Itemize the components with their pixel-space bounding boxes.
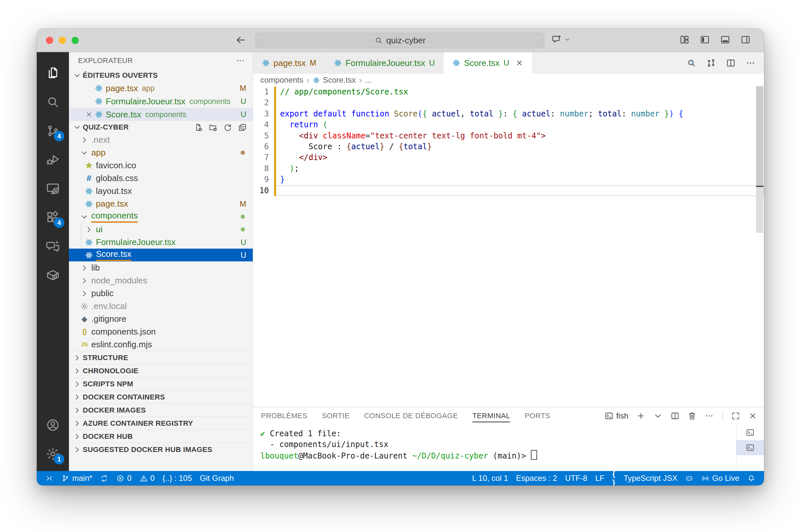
status-indentation[interactable]: Espaces : 2 (512, 471, 561, 486)
tree-item[interactable]: .next (69, 133, 253, 146)
open-editor-item[interactable]: FormulaireJoueur.tsxcomponentsU (69, 95, 253, 108)
activity-chat-icon[interactable] (37, 232, 69, 261)
panel-tab[interactable]: PROBLÈMES (261, 407, 307, 424)
tree-item[interactable]: {}components.json (69, 325, 253, 338)
tree-item[interactable]: page.tsxM (69, 197, 253, 210)
more-actions-icon[interactable] (705, 411, 714, 420)
tree-item[interactable]: public (69, 287, 253, 300)
toggle-panel-icon[interactable] (720, 35, 730, 45)
zoom-window-button[interactable] (72, 37, 79, 44)
breadcrumb-item[interactable]: components (260, 75, 303, 84)
sidebar-section-suggested-docker-hub-images[interactable]: SUGGESTED DOCKER HUB IMAGES (69, 443, 253, 456)
status-language-mode[interactable]: { }TypeScript JSX (608, 471, 681, 486)
open-changes-icon[interactable] (706, 58, 716, 68)
tree-item[interactable]: .env.local (69, 300, 253, 312)
split-editor-icon[interactable] (726, 58, 736, 68)
status-notifications[interactable] (743, 471, 760, 486)
plus-icon[interactable] (636, 411, 645, 420)
breadcrumb-item[interactable]: Score.tsx (323, 75, 355, 84)
sidebar-section-docker-containers[interactable]: DOCKER CONTAINERS (69, 390, 253, 403)
tree-item[interactable]: components (69, 210, 253, 223)
activity-remote-explorer-icon[interactable] (37, 174, 69, 203)
open-editor-item[interactable]: page.tsxappM (69, 82, 253, 95)
activity-extensions-icon[interactable]: 4 (37, 203, 69, 232)
activity-search-icon[interactable] (37, 88, 69, 116)
new-folder-icon[interactable] (208, 123, 217, 132)
activity-settings-gear-icon[interactable]: 1 (37, 439, 69, 468)
tree-item[interactable]: ★favicon.ico (69, 159, 253, 172)
back-arrow-icon[interactable] (235, 35, 246, 45)
activity-account-icon[interactable] (37, 411, 69, 439)
trash-icon[interactable] (688, 411, 697, 420)
breadcrumb-item[interactable]: ... (365, 75, 372, 84)
tree-item[interactable]: ◆.gitignore (69, 312, 253, 325)
more-actions-icon[interactable] (746, 58, 755, 68)
panel-tab[interactable]: SORTIE (322, 407, 350, 424)
activity-source-control-icon[interactable]: 4 (37, 116, 69, 145)
status-encoding[interactable]: UTF-8 (561, 471, 591, 486)
split-panel-icon[interactable] (671, 411, 680, 420)
activity-files-icon[interactable] (37, 59, 69, 88)
terminal-shell-label[interactable]: fish (604, 411, 628, 420)
status-eol[interactable]: LF (591, 471, 608, 486)
activity-container-icon[interactable] (37, 261, 69, 290)
new-file-icon[interactable] (194, 123, 203, 132)
editor-scrollbar[interactable] (756, 86, 763, 233)
close-icon[interactable] (515, 59, 524, 69)
maximize-icon[interactable] (731, 411, 740, 420)
sidebar-section-scripts-npm[interactable]: SCRIPTS NPM (69, 377, 253, 390)
close-window-button[interactable] (46, 37, 53, 44)
tree-item[interactable]: lib (69, 261, 253, 274)
tree-item[interactable]: app (69, 146, 253, 159)
status-sync[interactable] (96, 471, 112, 486)
tree-item[interactable]: layout.tsx (69, 185, 253, 197)
sidebar-section-structure[interactable]: STRUCTURE (69, 351, 253, 364)
collapse-all-icon[interactable] (238, 123, 247, 132)
terminal-tab[interactable] (736, 440, 764, 455)
status-braces-counter[interactable]: {..} : 105 (159, 471, 196, 486)
command-center-search[interactable]: quiz-cyber (255, 33, 544, 48)
more-actions-icon[interactable] (236, 56, 245, 65)
sidebar-section-docker-hub[interactable]: DOCKER HUB (69, 430, 253, 443)
minimize-window-button[interactable] (59, 37, 66, 44)
status-git-branch[interactable]: main* (57, 471, 96, 486)
status-git-graph[interactable]: Git Graph (196, 471, 238, 486)
activity-run-debug-icon[interactable] (37, 145, 69, 174)
status-copilot[interactable] (681, 471, 697, 486)
open-editors-header[interactable]: ÉDITEURS OUVERTS (69, 69, 253, 82)
chevron-down-icon[interactable] (653, 411, 662, 420)
tree-item[interactable]: node_modules (69, 274, 253, 287)
code-editor[interactable]: 1// app/components/Score.tsx23export def… (253, 86, 764, 407)
tree-item[interactable]: FormulaireJoueur.tsxU (69, 236, 253, 249)
panel-tab[interactable]: PORTS (525, 407, 550, 424)
sidebar-section-chronologie[interactable]: CHRONOLOGIE (69, 364, 253, 377)
customize-layout-icon[interactable] (679, 35, 690, 45)
panel-tab[interactable]: TERMINAL (472, 407, 510, 424)
panel-tab[interactable]: CONSOLE DE DÉBOGAGE (364, 407, 458, 424)
tree-item[interactable]: ui (69, 223, 253, 236)
editor-search-icon[interactable] (687, 58, 696, 68)
editor-tab[interactable]: page.tsxM (253, 52, 325, 74)
editor-tab[interactable]: Score.tsxU (443, 52, 532, 74)
toggle-secondary-sidebar-icon[interactable] (740, 35, 751, 45)
tree-item[interactable]: #globals.css (69, 172, 253, 185)
editor-tab[interactable]: FormulaireJoueur.tsxU (325, 52, 443, 74)
tree-item[interactable]: JSeslint.config.mjs (69, 338, 253, 351)
status-cursor-position[interactable]: L 10, col 1 (468, 471, 512, 486)
sidebar-section-azure-container-registry[interactable]: AZURE CONTAINER REGISTRY (69, 417, 253, 430)
refresh-icon[interactable] (223, 123, 232, 132)
terminal[interactable]: ✔ Created 1 file: - components/ui/input.… (253, 424, 736, 471)
sidebar-section-docker-images[interactable]: DOCKER IMAGES (69, 403, 253, 417)
close-icon[interactable] (85, 111, 93, 118)
toggle-primary-sidebar-icon[interactable] (700, 35, 710, 45)
status-remote-indicator[interactable] (41, 471, 57, 486)
close-icon[interactable] (748, 411, 757, 420)
status-errors[interactable]: 0 (112, 471, 135, 486)
project-header[interactable]: QUIZ-CYBER (69, 121, 253, 133)
open-editor-item[interactable]: Score.tsxcomponentsU (69, 108, 253, 121)
status-go-live[interactable]: Go Live (697, 471, 743, 486)
terminal-tab[interactable] (736, 425, 764, 440)
tree-item[interactable]: Score.tsxU (69, 249, 253, 261)
status-warnings[interactable]: 0 (135, 471, 159, 486)
copilot-menu[interactable] (552, 34, 571, 44)
